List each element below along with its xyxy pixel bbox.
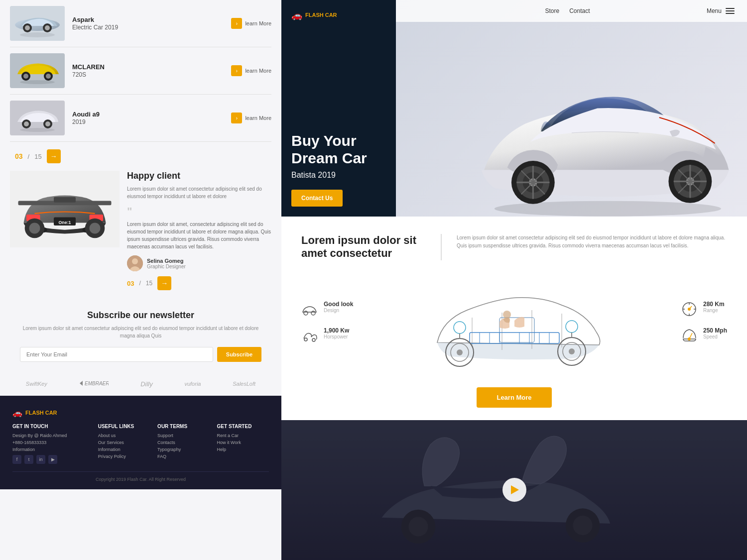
svg-point-31: [90, 223, 101, 234]
newsletter-email-input[interactable]: [20, 347, 213, 362]
linkedin-icon[interactable]: in: [36, 455, 45, 464]
car-name-aoudi: Aoudi a9: [72, 111, 224, 119]
svg-point-55: [312, 338, 315, 341]
footer-social: f t in ▶: [12, 455, 91, 464]
footer-col-contact: GET IN TOUCH Design By @ Raido Ahmed +88…: [12, 424, 91, 464]
feature-name-hp: 1,900 Kw: [324, 327, 349, 334]
svg-point-29: [29, 223, 40, 234]
hamburger-menu[interactable]: Menu: [707, 7, 735, 14]
feature-desc-range: Range: [703, 308, 725, 313]
car-model-mclaren: 720S: [72, 71, 224, 78]
footer-col-title-started: GET STARTED: [217, 424, 269, 429]
footer-col-title-links: USEFUL LINKS: [98, 424, 150, 429]
feature-item-horsepower: 1,900 Kw Horspower: [301, 327, 353, 344]
hero-image-panel: Store Contact Menu: [396, 0, 747, 217]
features-right: 280 Km Range 250 Mph Speed: [681, 301, 727, 344]
happy-client-content: Happy client Lorem ipsum dolor sit amet …: [127, 171, 271, 290]
contact-us-button[interactable]: Contact Us: [291, 190, 343, 207]
youtube-icon[interactable]: ▶: [48, 455, 57, 464]
hero-content: Buy Your Dream Car Batista 2019 Contact …: [291, 83, 386, 207]
svg-point-5: [45, 25, 50, 30]
range-icon: [681, 301, 698, 318]
video-section: [281, 420, 747, 560]
learn-more-aoudi[interactable]: › learn More: [231, 112, 271, 123]
features-left: Good look Design 1,900 Kw Horspower: [301, 301, 353, 344]
footer-logo: 🚗 FLASH CAR: [12, 408, 269, 418]
hamburger-icon: [726, 8, 735, 14]
svg-point-33: [132, 258, 138, 264]
feature-desc-design: Design: [324, 308, 353, 313]
hero-navbar: Store Contact Menu: [396, 0, 747, 22]
car-year-aoudi: 2019: [72, 118, 224, 125]
facebook-icon[interactable]: f: [12, 455, 21, 464]
learn-more-mclaren[interactable]: › learn More: [231, 65, 271, 76]
info-divider: [441, 234, 442, 260]
learn-more-section: Learn More: [281, 380, 747, 420]
svg-point-52: [304, 311, 308, 315]
svg-point-11: [46, 74, 51, 79]
quote-marks: ": [127, 205, 271, 218]
reviewer: Selina Gomeg Graphic Designer: [127, 255, 271, 271]
nav-store[interactable]: Store: [545, 7, 559, 14]
happy-client-desc: Lorem ipsum dolor sit amet consectetur a…: [127, 185, 271, 200]
svg-point-53: [311, 311, 315, 315]
brands-section: SwiftKey EMBRAER Dilly vuforia SalesLoft: [0, 372, 281, 396]
happy-client-title: Happy client: [127, 171, 271, 181]
svg-point-77: [566, 321, 578, 333]
feature-name-design: Good look: [324, 301, 353, 308]
footer-logo-text: FLASH CAR: [25, 410, 57, 416]
arrow-icon: ›: [231, 18, 242, 29]
video-play-button[interactable]: [502, 478, 526, 502]
hero-nav-links: Store Contact: [545, 7, 590, 14]
pagination-current: 03: [15, 152, 23, 160]
info-desc-area: Lorem ipsum dolor sit amet consectetur a…: [457, 234, 727, 260]
hero-section: 🚗 FLASH CAR Buy Your Dream Car Batista 2…: [281, 0, 747, 217]
pagination-next-btn[interactable]: →: [47, 149, 61, 163]
info-section: Lorem ipsum dolor sit amet consectetur L…: [281, 217, 747, 273]
feature-name-range: 280 Km: [703, 301, 725, 308]
testimonial-pagination: 03 / 15 →: [127, 276, 271, 290]
speed-icon: [681, 327, 698, 344]
feature-item-design: Good look Design: [301, 301, 353, 318]
svg-point-18: [20, 128, 55, 132]
learn-more-button[interactable]: Learn More: [477, 387, 551, 408]
testimonial-pagination-current: 03: [127, 280, 134, 287]
svg-rect-61: [470, 333, 559, 343]
footer-col-terms: OUR TERMS Support Contacts Typography FA…: [157, 424, 209, 464]
features-section: Good look Design 1,900 Kw Horspower: [281, 273, 747, 380]
car-info-aoudi: Aoudi a9 2019: [72, 111, 224, 126]
reviewer-info: Selina Gomeg Graphic Designer: [147, 258, 186, 269]
right-panel: 🚗 FLASH CAR Buy Your Dream Car Batista 2…: [281, 0, 747, 560]
info-title: Lorem ipsum dolor sit amet consectetur: [301, 234, 426, 260]
car-list-pagination: 03 / 15 →: [0, 142, 281, 171]
car-name-aspark: Aspark: [72, 16, 224, 24]
reviewer-avatar: [127, 255, 143, 271]
happy-client-section: One:1 Happy client Lorem ipsum dolor sit…: [0, 171, 281, 300]
brand-embraer: EMBRAER: [79, 379, 109, 388]
arrow-icon: ›: [231, 65, 242, 76]
footer-item: +880-165833333: [12, 440, 91, 445]
footer-item: Design By @ Raido Ahmed: [12, 433, 91, 438]
happy-client-car-image: One:1: [10, 171, 120, 290]
subscribe-button[interactable]: Subscribe: [217, 347, 261, 362]
svg-point-15: [24, 121, 29, 126]
twitter-icon[interactable]: t: [24, 455, 33, 464]
hero-dark-panel: 🚗 FLASH CAR Buy Your Dream Car Batista 2…: [281, 0, 396, 217]
svg-point-9: [23, 74, 28, 79]
svg-point-6: [20, 32, 55, 37]
newsletter-section: Subscribe our newsletter Lorem ipsum dol…: [0, 300, 281, 372]
svg-point-12: [20, 80, 55, 84]
testimonial-next-btn[interactable]: →: [157, 276, 171, 290]
footer-item: Information: [12, 447, 91, 452]
car-info-aspark: Aspark Electric Car 2019: [72, 16, 224, 31]
hero-logo-car-icon: 🚗: [291, 10, 302, 21]
brand-salesloft: SalesLoft: [233, 381, 255, 387]
car-item: Aoudi a9 2019 › learn More: [10, 95, 271, 142]
feature-desc-hp: Horspower: [324, 334, 349, 339]
reviewer-name: Selina Gomeg: [147, 258, 186, 264]
footer-col-title-contact: GET IN TOUCH: [12, 424, 91, 429]
learn-more-aspark[interactable]: › learn More: [231, 18, 271, 29]
car-list: Aspark Electric Car 2019 › learn More: [0, 0, 281, 142]
svg-point-17: [45, 121, 50, 126]
nav-contact[interactable]: Contact: [569, 7, 590, 14]
